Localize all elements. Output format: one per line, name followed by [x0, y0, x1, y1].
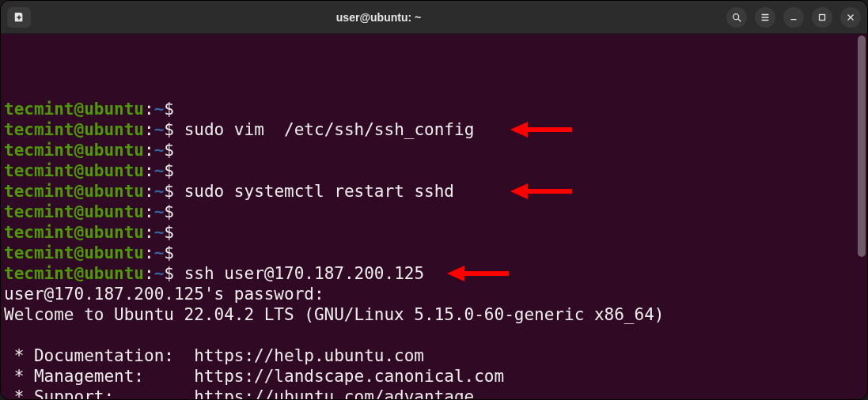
svg-point-0 — [733, 13, 739, 19]
prompt-userhost: tecmint@ubuntu — [4, 182, 144, 201]
maximize-button[interactable] — [812, 7, 832, 28]
output-text: * Management: https://landscape.canonica… — [4, 367, 504, 386]
prompt-separator: : — [144, 223, 154, 242]
prompt-userhost: tecmint@ubuntu — [4, 223, 144, 242]
new-tab-icon — [13, 12, 25, 23]
terminal-line: * Management: https://landscape.canonica… — [4, 366, 864, 387]
output-text: user@170.187.200.125's password: — [4, 285, 324, 304]
prompt-separator: : — [144, 161, 154, 180]
minimize-icon — [788, 12, 799, 23]
minimize-button[interactable] — [783, 7, 804, 28]
prompt-separator: : — [144, 243, 154, 262]
prompt-path: ~ — [154, 243, 165, 262]
svg-line-1 — [738, 18, 741, 21]
prompt-userhost: tecmint@ubuntu — [4, 161, 144, 180]
prompt-path: ~ — [154, 264, 165, 283]
prompt-separator: : — [144, 182, 154, 201]
prompt-userhost: tecmint@ubuntu — [4, 141, 144, 160]
prompt-userhost: tecmint@ubuntu — [4, 202, 144, 221]
output-text: * Documentation: https://help.ubuntu.com — [4, 346, 424, 365]
annotation-arrow — [447, 266, 509, 281]
prompt-userhost: tecmint@ubuntu — [4, 264, 144, 283]
prompt-symbol: $ — [164, 223, 184, 242]
terminal-line: tecmint@ubuntu:~$ sudo systemctl restart… — [4, 181, 864, 202]
terminal-line: tecmint@ubuntu:~$ — [4, 99, 864, 119]
output-text: Welcome to Ubuntu 22.04.2 LTS (GNU/Linux… — [4, 305, 664, 324]
search-icon — [731, 12, 742, 23]
terminal-line: tecmint@ubuntu:~$ sudo vim /etc/ssh/ssh_… — [4, 119, 864, 140]
terminal-line: tecmint@ubuntu:~$ ssh user@170.187.200.1… — [4, 263, 864, 284]
prompt-separator: : — [144, 100, 154, 119]
prompt-userhost: tecmint@ubuntu — [4, 100, 144, 119]
prompt-path: ~ — [154, 202, 165, 221]
prompt-symbol: $ — [164, 264, 184, 283]
terminal-line: * Support: https://ubuntu.com/advantage — [4, 387, 864, 399]
terminal-line: Welcome to Ubuntu 22.04.2 LTS (GNU/Linux… — [4, 304, 864, 325]
menu-button[interactable] — [755, 7, 775, 28]
prompt-separator: : — [144, 141, 154, 160]
output-text: * Support: https://ubuntu.com/advantage — [4, 387, 474, 399]
prompt-symbol: $ — [164, 100, 184, 119]
titlebar: user@ubuntu: ~ — [1, 1, 867, 34]
terminal-body[interactable]: tecmint@ubuntu:~$ tecmint@ubuntu:~$ sudo… — [1, 34, 867, 399]
terminal-line: tecmint@ubuntu:~$ — [4, 140, 864, 160]
hamburger-icon — [760, 12, 771, 23]
prompt-symbol: $ — [164, 141, 184, 160]
prompt-separator: : — [144, 264, 154, 283]
prompt-separator: : — [144, 202, 154, 221]
svg-rect-3 — [820, 14, 825, 20]
terminal-line: tecmint@ubuntu:~$ — [4, 243, 864, 263]
search-button[interactable] — [726, 7, 747, 28]
prompt-symbol: $ — [164, 182, 184, 201]
new-tab-button[interactable] — [7, 7, 31, 28]
output-text — [4, 326, 14, 345]
prompt-separator: : — [144, 120, 154, 139]
terminal-line: user@170.187.200.125's password: — [4, 284, 864, 304]
terminal-line: tecmint@ubuntu:~$ — [4, 160, 864, 181]
prompt-path: ~ — [154, 223, 165, 242]
terminal-line: tecmint@ubuntu:~$ — [4, 222, 864, 243]
prompt-path: ~ — [154, 161, 165, 180]
prompt-path: ~ — [154, 100, 165, 119]
close-icon — [845, 12, 856, 23]
terminal-line: * Documentation: https://help.ubuntu.com — [4, 345, 864, 366]
close-button[interactable] — [840, 7, 861, 28]
command-text: sudo vim /etc/ssh/ssh_config — [184, 120, 475, 139]
terminal-window: user@ubuntu: ~ tecmint@ubuntu:~$ tecmint… — [0, 0, 868, 400]
prompt-symbol: $ — [164, 202, 184, 221]
prompt-symbol: $ — [164, 243, 184, 262]
terminal-line: tecmint@ubuntu:~$ — [4, 202, 864, 222]
prompt-symbol: $ — [164, 120, 184, 139]
prompt-path: ~ — [154, 182, 165, 201]
prompt-path: ~ — [154, 120, 165, 139]
command-text: sudo systemctl restart sshd — [184, 182, 454, 201]
annotation-arrow — [510, 122, 572, 138]
prompt-path: ~ — [154, 141, 165, 160]
command-text: ssh user@170.187.200.125 — [184, 264, 424, 283]
terminal-line — [4, 325, 864, 345]
prompt-symbol: $ — [164, 161, 184, 180]
annotation-arrow — [510, 183, 572, 199]
prompt-userhost: tecmint@ubuntu — [4, 120, 144, 139]
prompt-userhost: tecmint@ubuntu — [4, 243, 144, 262]
maximize-icon — [817, 12, 828, 23]
window-title: user@ubuntu: ~ — [31, 11, 726, 24]
